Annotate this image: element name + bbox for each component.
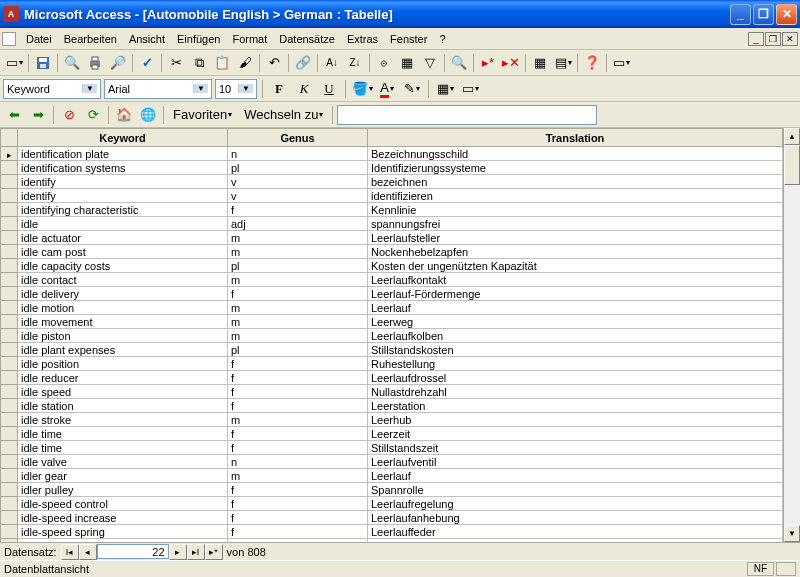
fontsize-combo[interactable]: 10▼	[215, 79, 257, 99]
cell[interactable]: Identifizierungssysteme	[368, 161, 783, 175]
cell[interactable]: v	[228, 189, 368, 203]
delete-record-button[interactable]: ▸✕	[500, 52, 522, 74]
row-selector[interactable]	[1, 189, 18, 203]
cell[interactable]: idle-speed increase	[18, 511, 228, 525]
document-icon[interactable]	[2, 32, 16, 46]
print-preview-button[interactable]: 🔎	[107, 52, 129, 74]
scroll-down-button[interactable]: ▼	[784, 525, 800, 542]
cell[interactable]: f	[228, 399, 368, 413]
underline-button[interactable]: U	[318, 78, 340, 100]
table-row[interactable]: idle contactmLeerlaufkontakt	[1, 273, 783, 287]
cell[interactable]: identifizieren	[368, 189, 783, 203]
menu-datensaetze[interactable]: Datensätze	[273, 31, 341, 47]
table-row[interactable]: idle reducerfLeerlaufdrossel	[1, 371, 783, 385]
cell[interactable]: Kennlinie	[368, 203, 783, 217]
cell[interactable]: Leerlaufeinstellung	[368, 539, 783, 543]
table-row[interactable]: idle cam postmNockenhebelzapfen	[1, 245, 783, 259]
cell[interactable]: Leerlaufanhebung	[368, 511, 783, 525]
help-button[interactable]: ▭▾	[610, 52, 632, 74]
cell[interactable]: f	[228, 427, 368, 441]
cell[interactable]: pl	[228, 259, 368, 273]
minimize-button[interactable]: _	[730, 4, 751, 25]
mdi-restore-button[interactable]: ❐	[765, 32, 781, 46]
table-row[interactable]: idle plant expensesplStillstandskosten	[1, 343, 783, 357]
italic-button[interactable]: K	[293, 78, 315, 100]
sort-asc-button[interactable]: A↓	[321, 52, 343, 74]
row-selector[interactable]	[1, 357, 18, 371]
stop-button[interactable]: ⊘	[58, 104, 80, 126]
last-record-button[interactable]: ▸I	[187, 544, 205, 560]
table-row[interactable]: identification systemsplIdentifizierungs…	[1, 161, 783, 175]
row-selector[interactable]	[1, 469, 18, 483]
apply-filter-button[interactable]: ▽	[419, 52, 441, 74]
row-selector[interactable]	[1, 287, 18, 301]
cell[interactable]: idle capacity costs	[18, 259, 228, 273]
close-button[interactable]: ✕	[776, 4, 797, 25]
cell[interactable]: Leerweg	[368, 315, 783, 329]
paste-button[interactable]: 📋	[211, 52, 233, 74]
cell[interactable]: Leerlauf	[368, 301, 783, 315]
search-icon[interactable]: 🔍	[61, 52, 83, 74]
cell[interactable]: pl	[228, 343, 368, 357]
cell[interactable]: identification plate	[18, 147, 228, 161]
cell[interactable]: idler pulley	[18, 483, 228, 497]
cell[interactable]: idle reducer	[18, 371, 228, 385]
cell[interactable]: idle time	[18, 427, 228, 441]
cell[interactable]: m	[228, 469, 368, 483]
row-selector[interactable]	[1, 203, 18, 217]
table-row[interactable]: identifyvidentifizieren	[1, 189, 783, 203]
fontcolor-button[interactable]: A▾	[376, 78, 398, 100]
address-input[interactable]	[337, 105, 597, 125]
menu-bearbeiten[interactable]: Bearbeiten	[58, 31, 123, 47]
col-keyword[interactable]: Keyword	[18, 129, 228, 147]
row-selector[interactable]	[1, 497, 18, 511]
cell[interactable]: Leerhub	[368, 413, 783, 427]
copy-button[interactable]: ⧉	[188, 52, 210, 74]
row-selector[interactable]	[1, 455, 18, 469]
cell[interactable]: Bezeichnungsschild	[368, 147, 783, 161]
row-selector[interactable]	[1, 231, 18, 245]
scroll-up-button[interactable]: ▲	[784, 128, 800, 145]
spellcheck-button[interactable]: ✓	[136, 52, 158, 74]
cell[interactable]: pl	[228, 161, 368, 175]
row-selector[interactable]	[1, 259, 18, 273]
cell[interactable]: v	[228, 175, 368, 189]
cell[interactable]: Nullastdrehzahl	[368, 385, 783, 399]
cell[interactable]: idling adjustment	[18, 539, 228, 543]
table-row[interactable]: idle actuatormLeerlaufsteller	[1, 231, 783, 245]
cell[interactable]: idle plant expenses	[18, 343, 228, 357]
cell[interactable]: Leerlaufkolben	[368, 329, 783, 343]
new-record-nav-button[interactable]: ▸*	[205, 544, 223, 560]
row-selector[interactable]	[1, 539, 18, 543]
record-number-input[interactable]	[97, 544, 169, 559]
cell[interactable]: idle motion	[18, 301, 228, 315]
row-selector[interactable]	[1, 245, 18, 259]
cell[interactable]: f	[228, 497, 368, 511]
fillcolor-button[interactable]: 🪣▾	[351, 78, 373, 100]
cell[interactable]: f	[228, 385, 368, 399]
table-row[interactable]: idle strokemLeerhub	[1, 413, 783, 427]
cell[interactable]: idle valve	[18, 455, 228, 469]
cell[interactable]: Leerlauffeder	[368, 525, 783, 539]
cell[interactable]: idle actuator	[18, 231, 228, 245]
cell[interactable]: f	[228, 539, 368, 543]
row-selector[interactable]	[1, 343, 18, 357]
table-row[interactable]: identifying characteristicfKennlinie	[1, 203, 783, 217]
row-selector[interactable]	[1, 441, 18, 455]
table-row[interactable]: idle stationfLeerstation	[1, 399, 783, 413]
cell[interactable]: idle station	[18, 399, 228, 413]
menu-einfuegen[interactable]: Einfügen	[171, 31, 226, 47]
cell[interactable]: f	[228, 511, 368, 525]
cell[interactable]: f	[228, 483, 368, 497]
office-assistant-button[interactable]: ❓	[581, 52, 603, 74]
cell[interactable]: m	[228, 231, 368, 245]
cell[interactable]: m	[228, 329, 368, 343]
new-object-button[interactable]: ▤▾	[552, 52, 574, 74]
refresh-button[interactable]: ⟳	[82, 104, 104, 126]
table-row[interactable]: idle deliveryfLeerlauf-Fördermenge	[1, 287, 783, 301]
row-selector[interactable]	[1, 413, 18, 427]
menu-datei[interactable]: Datei	[20, 31, 58, 47]
cell[interactable]: f	[228, 203, 368, 217]
menu-fenster[interactable]: Fenster	[384, 31, 433, 47]
table-row[interactable]: idle movementmLeerweg	[1, 315, 783, 329]
